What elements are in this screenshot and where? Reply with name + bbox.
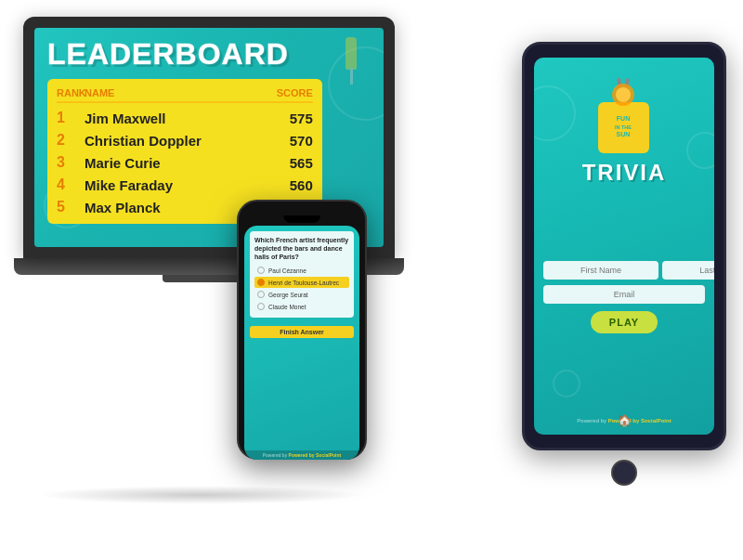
phone-device: Which French artist frequently depicted … xyxy=(237,200,367,469)
trivia-logo-area: FUN IN THE SUN TRIVIA xyxy=(582,67,667,186)
svg-point-4 xyxy=(616,87,631,102)
form-name-row xyxy=(543,261,705,280)
row-rank: 3 xyxy=(57,154,85,171)
first-name-input[interactable] xyxy=(543,261,658,280)
drink-icon: FUN IN THE SUN xyxy=(589,76,658,160)
table-row: 3 Marie Curie 565 xyxy=(57,151,313,174)
table-row: 2 Christian Doppler 570 xyxy=(57,129,313,151)
last-name-input[interactable] xyxy=(662,261,714,280)
quiz-options: Paul Cézanne Henri de Toulouse-Lautrec G… xyxy=(254,265,349,312)
email-input[interactable] xyxy=(543,285,705,304)
option-radio xyxy=(257,303,265,310)
tablet-device: FUN IN THE SUN TRIVIA PLAY 🏠 xyxy=(522,42,726,469)
table-row: 4 Mike Faraday 560 xyxy=(57,174,313,196)
option-text: George Seurat xyxy=(268,292,308,298)
phone-footer: Powered by Powered by SocialPoint xyxy=(244,450,359,460)
header-name: Name xyxy=(85,87,277,98)
tablet-home-icon: 🏠 xyxy=(618,414,632,427)
row-rank: 5 xyxy=(57,199,85,215)
phone-social-point: Powered by SocialPoint xyxy=(289,452,342,458)
table-row: 1 Jim Maxwell 575 xyxy=(57,107,313,129)
list-item[interactable]: George Seurat xyxy=(254,289,349,300)
tablet-home-button[interactable] xyxy=(611,460,637,486)
option-radio xyxy=(257,279,265,286)
tablet-body: FUN IN THE SUN TRIVIA PLAY 🏠 xyxy=(522,42,726,450)
row-name: Marie Curie xyxy=(85,155,290,171)
quiz-question-text: Which French artist frequently depicted … xyxy=(254,236,349,261)
device-shadow xyxy=(37,486,362,504)
list-item[interactable]: Henri de Toulouse-Lautrec xyxy=(254,277,349,288)
row-name: Jim Maxwell xyxy=(85,111,290,126)
phone-body: Which French artist frequently depicted … xyxy=(237,200,367,460)
phone-notch xyxy=(283,215,320,223)
row-score: 575 xyxy=(290,111,313,126)
leaderboard-title: LEADERBOARD xyxy=(47,37,371,72)
header-rank: Rank xyxy=(57,87,85,98)
option-text: Paul Cézanne xyxy=(268,267,306,274)
quiz-question-box: Which French artist frequently depicted … xyxy=(250,231,354,318)
play-button[interactable]: PLAY xyxy=(591,311,658,333)
row-rank: 2 xyxy=(57,132,85,149)
svg-text:SUN: SUN xyxy=(617,131,631,137)
row-name: Christian Doppler xyxy=(85,133,290,149)
option-radio xyxy=(257,291,265,298)
tablet-screen: FUN IN THE SUN TRIVIA PLAY 🏠 xyxy=(534,58,714,435)
phone-top-bar xyxy=(244,213,359,226)
svg-text:FUN: FUN xyxy=(617,115,630,122)
phone-screen: Which French artist frequently depicted … xyxy=(244,226,359,460)
row-score: 565 xyxy=(290,155,313,171)
option-radio xyxy=(257,267,265,274)
row-rank: 4 xyxy=(57,176,85,193)
option-text: Claude Monet xyxy=(268,304,306,310)
list-item[interactable]: Claude Monet xyxy=(254,301,349,312)
row-name: Mike Faraday xyxy=(85,177,290,193)
row-score: 560 xyxy=(290,177,313,193)
phone-submit-button[interactable]: Finish Answer xyxy=(250,326,354,338)
option-text: Henri de Toulouse-Lautrec xyxy=(268,280,339,286)
svg-text:IN THE: IN THE xyxy=(615,124,632,130)
phone-content: Which French artist frequently depicted … xyxy=(244,226,359,450)
list-item[interactable]: Paul Cézanne xyxy=(254,265,349,276)
trivia-form: PLAY xyxy=(543,261,705,343)
scene: LEADERBOARD Rank Name Score 1 Jim Maxwel… xyxy=(0,0,743,560)
row-rank: 1 xyxy=(57,110,85,126)
trivia-title: TRIVIA xyxy=(582,160,667,186)
leaderboard-header: Rank Name Score xyxy=(57,85,313,103)
row-score: 570 xyxy=(290,133,313,149)
header-score: Score xyxy=(277,87,313,98)
